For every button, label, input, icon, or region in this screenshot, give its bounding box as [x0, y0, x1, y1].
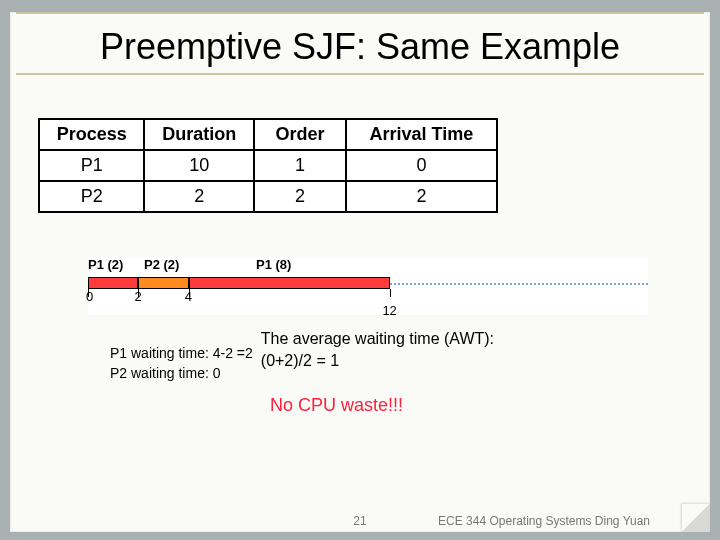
process-table: Process Duration Order Arrival Time P1 1…: [38, 118, 498, 213]
waiting-times: P1 waiting time: 4-2 =2 P2 waiting time:…: [110, 328, 253, 383]
tick-label-4: 4: [185, 289, 192, 304]
notes-block: P1 waiting time: 4-2 =2 P2 waiting time:…: [110, 328, 630, 416]
top-rule: [16, 12, 704, 14]
gantt-figure: P1 (2) P2 (2) P1 (8) 0 2 4 12: [88, 257, 648, 315]
slide-title: Preemptive SJF: Same Example: [10, 20, 710, 71]
table-row: P2 2 2 2: [39, 181, 497, 212]
table-row: P1 10 1 0: [39, 150, 497, 181]
title-underline: [16, 73, 704, 75]
col-order: Order: [254, 119, 346, 150]
cell-order: 1: [254, 150, 346, 181]
col-arrival: Arrival Time: [346, 119, 497, 150]
cell-arrival: 0: [346, 150, 497, 181]
gantt-ticks: 0 2 4 12: [88, 289, 648, 315]
col-process: Process: [39, 119, 144, 150]
gantt-label-seg2: P2 (2): [144, 257, 179, 272]
cell-duration: 2: [144, 181, 254, 212]
gantt-bar: [88, 277, 648, 289]
gantt-remainder-dash: [390, 283, 648, 285]
cell-process: P2: [39, 181, 144, 212]
gantt-label-seg3: P1 (8): [256, 257, 291, 272]
cell-order: 2: [254, 181, 346, 212]
tick-label-2: 2: [134, 289, 141, 304]
tick-label-0: 0: [86, 289, 93, 304]
p1-wait: P1 waiting time: 4-2 =2: [110, 344, 253, 364]
p2-wait: P2 waiting time: 0: [110, 364, 253, 384]
gantt-seg-p1a: [88, 277, 138, 289]
gantt-seg-p1b: [189, 277, 391, 289]
gantt-label-seg1: P1 (2): [88, 257, 123, 272]
gantt-seg-p2: [138, 277, 188, 289]
table-header-row: Process Duration Order Arrival Time: [39, 119, 497, 150]
awt-block: The average waiting time (AWT): (0+2)/2 …: [261, 328, 494, 383]
page-curl-icon: [682, 504, 710, 532]
col-duration: Duration: [144, 119, 254, 150]
gantt-labels: P1 (2) P2 (2) P1 (8): [88, 257, 648, 277]
tick-label-12: 12: [382, 303, 396, 318]
no-cpu-waste: No CPU waste!!!: [270, 395, 630, 416]
cell-arrival: 2: [346, 181, 497, 212]
slide-paper: Preemptive SJF: Same Example Process Dur…: [10, 12, 710, 532]
awt-line2: (0+2)/2 = 1: [261, 350, 494, 372]
cell-duration: 10: [144, 150, 254, 181]
tick-mark: [390, 289, 391, 297]
slide-frame: Preemptive SJF: Same Example Process Dur…: [0, 0, 720, 540]
awt-line1: The average waiting time (AWT):: [261, 328, 494, 350]
cell-process: P1: [39, 150, 144, 181]
course-label: ECE 344 Operating Systems Ding Yuan: [438, 514, 650, 528]
